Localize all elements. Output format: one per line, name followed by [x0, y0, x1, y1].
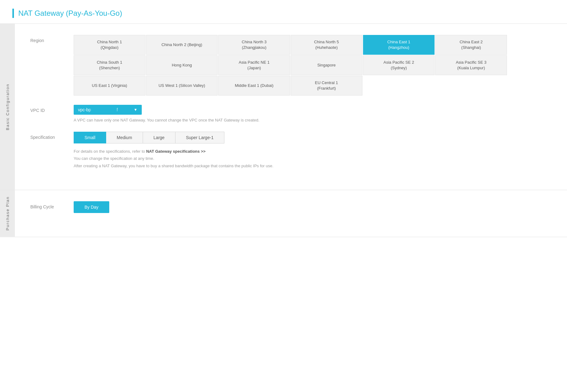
title-accent-bar — [12, 9, 14, 18]
region-sub: (Zhangjiakou) — [242, 45, 266, 50]
region-cell-hk[interactable]: Hong Kong — [146, 55, 218, 75]
vpc-blurred — [91, 107, 117, 112]
billing-cycle-control: By Day — [74, 201, 552, 213]
region-name: US West 1 (Silicon Valley) — [158, 83, 205, 88]
page-title: NAT Gateway (Pay-As-You-Go) — [18, 9, 122, 18]
vpc-dropdown[interactable]: vpc-bp f ▼ — [74, 105, 142, 115]
basic-config-label: Basic Configuration — [0, 24, 15, 190]
main-content: Basic Configuration Region China North 1… — [0, 24, 567, 237]
purchase-plan-label: Purchase Plan — [0, 190, 15, 237]
vpc-value: vpc-bp f — [78, 107, 130, 112]
region-cell-ap-se-2[interactable]: Asia Pacific SE 2(Sydney) — [363, 55, 435, 75]
specification-control: SmallMediumLargeSuper Large-1 For detail… — [74, 132, 552, 169]
region-cell-us-east-1[interactable]: US East 1 (Virginia) — [74, 76, 145, 96]
spec-btn-medium[interactable]: Medium — [106, 132, 143, 143]
vpc-hint: A VPC can have only one NAT Gateway. You… — [74, 118, 552, 122]
region-name: China South 1 — [97, 60, 122, 65]
region-cell-sg[interactable]: Singapore — [291, 55, 362, 75]
region-name: China East 1 — [387, 39, 410, 45]
region-grid: China North 1(Qingdao)China North 2 (Bei… — [74, 35, 507, 96]
purchase-plan-section: Purchase Plan Billing Cycle By Day — [0, 190, 567, 237]
purchase-plan-content: Billing Cycle By Day — [15, 190, 567, 237]
spec-btn-super-large-1[interactable]: Super Large-1 — [175, 132, 225, 143]
region-name: Hong Kong — [172, 62, 192, 68]
region-cell-ap-ne-1[interactable]: Asia Pacific NE 1(Japan) — [218, 55, 290, 75]
region-name: Singapore — [317, 62, 335, 68]
billing-cycle-row: Billing Cycle By Day — [30, 201, 552, 213]
region-row: Region China North 1(Qingdao)China North… — [30, 35, 552, 96]
region-sub: (Japan) — [247, 65, 261, 71]
vpc-prefix: vpc-bp — [78, 107, 91, 112]
region-cell-cn-east-2[interactable]: China East 2(Shanghai) — [435, 35, 507, 55]
region-sub: (Sydney) — [391, 65, 407, 71]
region-cell-cn-north-2[interactable]: China North 2 (Beijing) — [146, 35, 218, 55]
nat-gateway-specs-link[interactable]: NAT Gateway specifications >> — [146, 149, 206, 154]
region-name: Asia Pacific SE 3 — [456, 60, 487, 65]
region-name: EU Central 1 — [315, 80, 338, 86]
region-cell-us-west-1[interactable]: US West 1 (Silicon Valley) — [146, 76, 218, 96]
region-name: China East 2 — [460, 39, 483, 45]
billing-cycle-label: Billing Cycle — [30, 201, 74, 209]
page-header: NAT Gateway (Pay-As-You-Go) — [0, 0, 567, 24]
specification-buttons: SmallMediumLargeSuper Large-1 — [74, 132, 552, 143]
region-sub: (Huhehaote) — [315, 45, 338, 50]
vpc-row: VPC ID vpc-bp f ▼ A VPC can have only on… — [30, 105, 552, 122]
region-name: China North 1 — [97, 39, 122, 45]
page-wrapper: NAT Gateway (Pay-As-You-Go) Basic Config… — [0, 0, 567, 392]
region-sub: (Frankfurt) — [317, 86, 336, 91]
region-cell-cn-east-1[interactable]: China East 1(Hangzhou) — [363, 35, 435, 55]
basic-config-section: Basic Configuration Region China North 1… — [0, 24, 567, 190]
vpc-control: vpc-bp f ▼ A VPC can have only one NAT G… — [74, 105, 552, 122]
region-cell-cn-north-3[interactable]: China North 3(Zhangjiakou) — [218, 35, 290, 55]
spec-btn-small[interactable]: Small — [74, 132, 106, 143]
region-control: China North 1(Qingdao)China North 2 (Bei… — [74, 35, 552, 96]
specification-label: Specification — [30, 132, 74, 140]
region-cell-cn-south-1[interactable]: China South 1(Shenzhen) — [74, 55, 145, 75]
region-name: China North 2 (Beijing) — [162, 42, 202, 48]
region-name: US East 1 (Virginia) — [92, 83, 127, 88]
region-sub: (Qingdao) — [101, 45, 119, 50]
spec-hint-text1: For details on the specifications, refer… — [74, 149, 146, 154]
region-cell-me-1[interactable]: Middle East 1 (Dubai) — [218, 76, 290, 96]
region-sub: (Kuala Lumpur) — [457, 65, 485, 71]
region-name: China North 3 — [242, 39, 266, 45]
specification-row: Specification SmallMediumLargeSuper Larg… — [30, 132, 552, 169]
by-day-button[interactable]: By Day — [74, 201, 109, 213]
region-cell-cn-north-5[interactable]: China North 5(Huhehaote) — [291, 35, 362, 55]
region-cell-empty1[interactable] — [363, 76, 435, 96]
region-name: Middle East 1 (Dubai) — [235, 83, 274, 88]
chevron-down-icon: ▼ — [134, 108, 137, 112]
region-label: Region — [30, 35, 74, 43]
spec-btn-large[interactable]: Large — [143, 132, 175, 143]
region-sub: (Shanghai) — [461, 45, 481, 50]
region-name: China North 5 — [314, 39, 339, 45]
region-cell-empty2[interactable] — [435, 76, 507, 96]
region-name: Asia Pacific SE 2 — [383, 60, 414, 65]
region-sub: (Shenzhen) — [99, 65, 120, 71]
spec-hint-text2: You can change the specification at any … — [74, 156, 154, 161]
vpc-suffix: f — [117, 107, 118, 112]
basic-config-content: Region China North 1(Qingdao)China North… — [15, 24, 567, 190]
region-sub: (Hangzhou) — [388, 45, 409, 50]
region-cell-ap-se-3[interactable]: Asia Pacific SE 3(Kuala Lumpur) — [435, 55, 507, 75]
region-cell-cn-north-1[interactable]: China North 1(Qingdao) — [74, 35, 145, 55]
region-name: Asia Pacific NE 1 — [239, 60, 270, 65]
region-cell-eu-central-1[interactable]: EU Central 1(Frankfurt) — [291, 76, 362, 96]
spec-hint-text3: After creating a NAT Gateway, you have t… — [74, 164, 273, 168]
vpc-label: VPC ID — [30, 105, 74, 113]
spec-hint: For details on the specifications, refer… — [74, 148, 552, 169]
